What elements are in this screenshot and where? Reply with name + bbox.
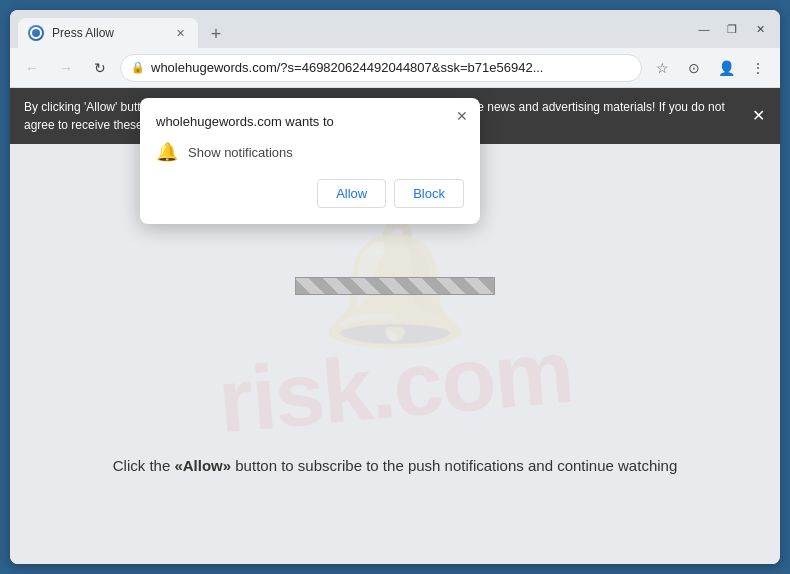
close-button[interactable]: ✕	[748, 17, 772, 41]
bookmark-button[interactable]: ☆	[648, 54, 676, 82]
address-text: wholehugewords.com/?s=469820624492044807…	[151, 60, 631, 75]
toolbar: ← → ↻ 🔒 wholehugewords.com/?s=4698206244…	[10, 48, 780, 88]
cast-button[interactable]: ⊙	[680, 54, 708, 82]
block-button[interactable]: Block	[394, 179, 464, 208]
bell-icon: 🔔	[156, 141, 178, 163]
notification-popup: ✕ wholehugewords.com wants to 🔔 Show not…	[140, 98, 480, 224]
address-bar[interactable]: 🔒 wholehugewords.com/?s=4698206244920448…	[120, 54, 642, 82]
tab-area: Press Allow ✕ +	[18, 10, 680, 48]
page-content: 🔔 risk.com ✕ wholehugewords.com wants to…	[10, 88, 780, 564]
account-button[interactable]: 👤	[712, 54, 740, 82]
popup-title: wholehugewords.com wants to	[156, 114, 464, 129]
back-button[interactable]: ←	[18, 54, 46, 82]
popup-close-button[interactable]: ✕	[452, 106, 472, 126]
reload-button[interactable]: ↻	[86, 54, 114, 82]
new-tab-button[interactable]: +	[202, 20, 230, 48]
minimize-button[interactable]: —	[692, 17, 716, 41]
active-tab[interactable]: Press Allow ✕	[18, 18, 198, 48]
tab-title: Press Allow	[52, 26, 164, 40]
allow-button[interactable]: Allow	[317, 179, 386, 208]
tab-close-button[interactable]: ✕	[172, 25, 188, 41]
window-controls: — ❐ ✕	[692, 17, 772, 41]
popup-permission-row: 🔔 Show notifications	[156, 141, 464, 163]
maximize-button[interactable]: ❐	[720, 17, 744, 41]
loading-bar-container	[295, 277, 495, 295]
forward-button[interactable]: →	[52, 54, 80, 82]
banner-close-button[interactable]: ✕	[746, 104, 770, 128]
watermark-text: risk.com	[214, 320, 576, 453]
popup-permission-text: Show notifications	[188, 145, 293, 160]
toolbar-icons: ☆ ⊙ 👤 ⋮	[648, 54, 772, 82]
loading-bar	[295, 277, 495, 295]
page-message: Click the «Allow» button to subscribe to…	[10, 457, 780, 474]
tab-favicon-icon	[28, 25, 44, 41]
menu-button[interactable]: ⋮	[744, 54, 772, 82]
title-bar: Press Allow ✕ + — ❐ ✕	[10, 10, 780, 48]
browser-window: Press Allow ✕ + — ❐ ✕ ← → ↻ 🔒 wholehugew…	[10, 10, 780, 564]
lock-icon: 🔒	[131, 61, 145, 74]
popup-buttons: Allow Block	[156, 179, 464, 208]
